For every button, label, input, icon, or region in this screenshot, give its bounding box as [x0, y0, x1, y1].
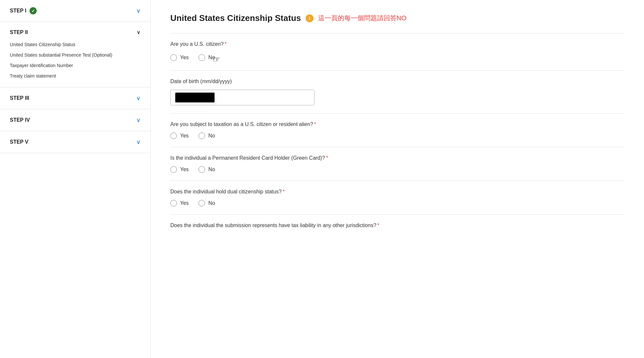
- q3-no-label: No: [208, 167, 215, 172]
- q2-no-option[interactable]: No: [199, 133, 215, 139]
- q4-no-label: No: [208, 200, 215, 206]
- q1-label: Are you a U.S. citizen?*: [170, 41, 624, 47]
- q5-required-star: *: [377, 223, 379, 228]
- q3-no-option[interactable]: No: [199, 166, 215, 173]
- sub-item-presence-test[interactable]: United States substantial Presence Test …: [10, 50, 141, 60]
- q3-required-star: *: [326, 155, 328, 161]
- divider-q2: [170, 147, 624, 147]
- page-title: United States Citizenship Status: [170, 13, 301, 23]
- q1-required-star: *: [225, 41, 227, 47]
- step-v-label: STEP V: [10, 139, 28, 145]
- dob-label: Date of birth (mm/dd/yyyy): [170, 79, 624, 84]
- q1-yes-label: Yes: [180, 55, 189, 61]
- q4-yes-option[interactable]: Yes: [170, 200, 189, 206]
- step-iv-header[interactable]: STEP IV ∨: [0, 109, 150, 131]
- q2-required-star: *: [314, 121, 316, 127]
- dob-input-container[interactable]: [170, 90, 314, 105]
- q2-label-text: Are you subject to taxation as a U.S. ci…: [170, 121, 313, 127]
- q1-no-label: No: [208, 55, 215, 61]
- q3-yes-label: Yes: [180, 167, 189, 172]
- step-ii-section: STEP II ∨ United States Citizenship Stat…: [0, 22, 150, 87]
- question-tax-liability: Does the individual the submission repre…: [170, 223, 624, 228]
- step-iv-chevron-icon: ∨: [136, 116, 141, 124]
- step-i-text: STEP I: [10, 8, 26, 14]
- step-i-label: STEP I ✓: [10, 7, 37, 14]
- divider-q1: [170, 70, 624, 71]
- sub-item-taxpayer-id[interactable]: Taxpayer Identification Number: [10, 60, 141, 71]
- info-icon[interactable]: i: [306, 14, 313, 22]
- step-i-chevron-icon: ∨: [136, 7, 141, 14]
- q3-radio-group: Yes No: [170, 166, 624, 173]
- step-iii-label: STEP III: [10, 95, 29, 101]
- q5-label: Does the individual the submission repre…: [170, 223, 624, 228]
- step-iv-label: STEP IV: [10, 117, 30, 123]
- step-ii-chevron-icon: ∨: [137, 29, 141, 35]
- notice-text: 這一頁的每一個問題請回答NO: [318, 14, 407, 23]
- divider-q3: [170, 181, 624, 181]
- step-v-header[interactable]: STEP V ∨: [0, 131, 150, 153]
- q3-yes-option[interactable]: Yes: [170, 166, 189, 173]
- q2-yes-radio[interactable]: [170, 133, 177, 139]
- q1-no-option[interactable]: No ☞: [199, 52, 226, 63]
- step-v-chevron-icon: ∨: [136, 138, 141, 146]
- q2-no-radio[interactable]: [199, 133, 205, 139]
- q4-no-option[interactable]: No: [199, 200, 215, 206]
- q4-required-star: *: [283, 189, 285, 194]
- q3-label: Is the individual a Permanent Resident C…: [170, 155, 624, 161]
- q5-label-text: Does the individual the submission repre…: [170, 223, 376, 228]
- q1-no-radio[interactable]: [199, 54, 205, 61]
- q4-no-radio[interactable]: [199, 200, 205, 206]
- q2-no-label: No: [208, 133, 215, 139]
- q4-yes-radio[interactable]: [170, 200, 177, 206]
- q4-label: Does the individual hold dual citizenshi…: [170, 189, 624, 195]
- divider-title: [170, 33, 624, 33]
- q2-radio-group: Yes No: [170, 133, 624, 139]
- q4-yes-label: Yes: [180, 200, 189, 206]
- question-taxation: Are you subject to taxation as a U.S. ci…: [170, 121, 624, 139]
- q1-yes-radio[interactable]: [170, 54, 177, 61]
- sub-item-citizenship[interactable]: United States Citizenship Status: [10, 39, 141, 50]
- question-us-citizen: Are you a U.S. citizen?* Yes No ☞: [170, 41, 624, 63]
- question-green-card: Is the individual a Permanent Resident C…: [170, 155, 624, 173]
- step-ii-sub-items: United States Citizenship Status United …: [0, 39, 150, 87]
- step-ii-label-text: STEP II: [10, 29, 28, 35]
- q2-yes-label: Yes: [180, 133, 189, 139]
- dob-block: Date of birth (mm/dd/yyyy): [170, 79, 624, 105]
- question-dual-citizenship: Does the individual hold dual citizenshi…: [170, 189, 624, 206]
- q3-no-radio[interactable]: [199, 166, 205, 173]
- step-iii-header[interactable]: STEP III ∨: [0, 87, 150, 109]
- sub-item-treaty-claim[interactable]: Treaty claim statement: [10, 71, 141, 81]
- step-i-check-icon: ✓: [29, 7, 37, 14]
- q1-radio-group: Yes No ☞: [170, 52, 624, 63]
- step-ii-header[interactable]: STEP II ∨: [0, 22, 150, 39]
- q4-radio-group: Yes No: [170, 200, 624, 206]
- q3-yes-radio[interactable]: [170, 166, 177, 173]
- q4-label-text: Does the individual hold dual citizenshi…: [170, 189, 282, 194]
- divider-dob: [170, 113, 624, 114]
- main-content: United States Citizenship Status i 這一頁的每…: [151, 0, 644, 358]
- q1-yes-option[interactable]: Yes: [170, 54, 189, 61]
- dob-redacted-value: [175, 93, 215, 102]
- q2-yes-option[interactable]: Yes: [170, 133, 189, 139]
- sidebar: STEP I ✓ ∨ STEP II ∨ United States Citiz…: [0, 0, 151, 358]
- q3-label-text: Is the individual a Permanent Resident C…: [170, 155, 325, 161]
- step-i-header[interactable]: STEP I ✓ ∨: [0, 0, 150, 22]
- q1-label-text: Are you a U.S. citizen?: [170, 41, 224, 47]
- q2-label: Are you subject to taxation as a U.S. ci…: [170, 121, 624, 127]
- step-iii-chevron-icon: ∨: [136, 95, 141, 102]
- page-title-row: United States Citizenship Status i 這一頁的每…: [170, 13, 624, 23]
- divider-q4: [170, 214, 624, 215]
